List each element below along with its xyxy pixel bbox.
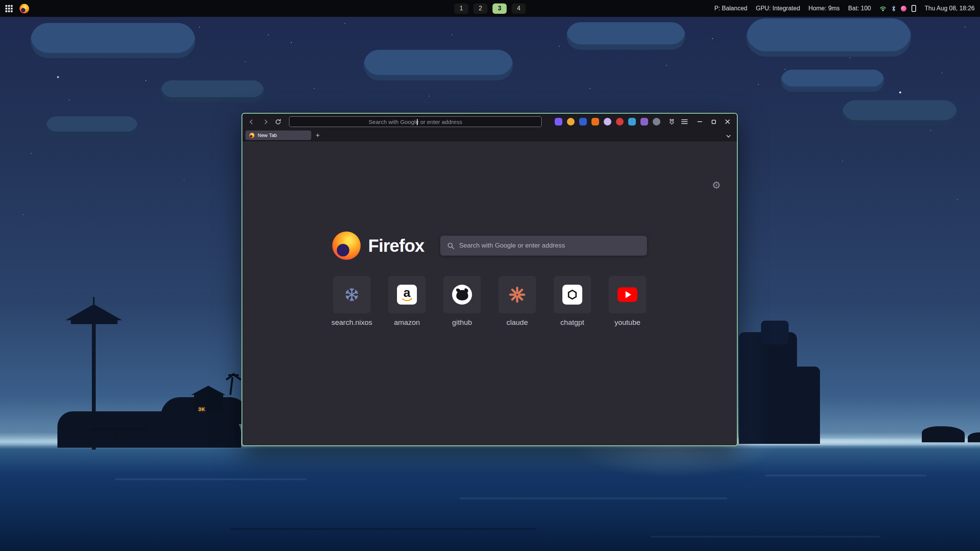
wave: [651, 536, 880, 538]
small-rocks: [968, 432, 980, 442]
workspace-1[interactable]: 1: [454, 3, 469, 14]
hut-sign: 3K: [198, 406, 206, 412]
workspace-3[interactable]: 3: [493, 3, 507, 14]
water-reflection: [536, 444, 812, 520]
gear-icon: ⚙: [712, 179, 721, 191]
palm-tree: [229, 377, 234, 395]
wave: [230, 528, 536, 530]
search-icon: [447, 242, 454, 249]
extension-icon-8[interactable]: [640, 118, 648, 126]
url-bar[interactable]: [289, 116, 542, 127]
newtab-search-input[interactable]: [459, 242, 640, 249]
cloud: [781, 70, 884, 92]
watchtower-tip: [93, 297, 95, 305]
reload-icon: [275, 119, 281, 125]
bluetooth-icon[interactable]: [892, 5, 896, 12]
shortcut-chatgpt[interactable]: chatgpt: [554, 276, 591, 327]
pier-post: [116, 430, 117, 436]
wave: [766, 474, 926, 476]
personalize-button[interactable]: ⚙: [712, 179, 721, 191]
back-button[interactable]: [246, 116, 258, 127]
pier-post: [94, 430, 96, 436]
app-launcher-icon[interactable]: [5, 5, 13, 12]
shortcut-label: github: [452, 318, 472, 327]
wave: [459, 497, 727, 499]
shortcut-github[interactable]: github: [443, 276, 481, 327]
cloud: [842, 100, 957, 126]
close-icon: [725, 119, 730, 124]
newtab-hero: Firefox: [242, 231, 737, 260]
extension-icon-4[interactable]: [591, 118, 599, 126]
newtab-search-bar[interactable]: [440, 236, 647, 256]
github-octocat-icon: [452, 285, 472, 305]
back-icon: [250, 119, 255, 124]
shortcut-label: youtube: [614, 318, 640, 327]
power-profile-status: P: Balanced: [714, 5, 747, 12]
cliff: [788, 367, 820, 444]
cloud: [31, 23, 195, 58]
close-button[interactable]: [722, 116, 733, 127]
youtube-play-icon: [617, 287, 637, 302]
shortcut-amazon[interactable]: a amazon: [388, 276, 426, 327]
workspace-switcher: 1 2 3 4: [454, 3, 526, 14]
extension-icon-2[interactable]: [567, 118, 575, 126]
tab-new-tab[interactable]: New Tab: [245, 130, 311, 140]
extension-icon-5[interactable]: [604, 118, 611, 126]
ping-status: Home: 9ms: [808, 5, 840, 12]
shortcut-tile: [554, 276, 591, 313]
firefox-taskbar-icon[interactable]: [20, 4, 29, 13]
firefox-window: New Tab + ⚙ Firefox: [242, 113, 738, 446]
pier-post: [138, 430, 139, 436]
cloud: [567, 22, 685, 50]
firefox-wordmark: Firefox: [368, 235, 424, 256]
firefox-logo: [332, 231, 361, 260]
small-rocks: [922, 426, 965, 442]
cloud: [161, 80, 264, 103]
text-caret: [417, 119, 418, 125]
shortcut-tile: [609, 276, 646, 313]
url-input[interactable]: [289, 119, 541, 125]
tab-bar: New Tab +: [242, 130, 737, 141]
shortcut-label: claude: [506, 318, 528, 327]
forward-icon: [263, 119, 268, 124]
taskbar: 1 2 3 4 P: Balanced GPU: Integrated Home…: [0, 0, 980, 17]
cliff-ledge: [761, 321, 789, 344]
clock[interactable]: Thu Aug 08, 18:26: [924, 5, 975, 12]
phone-icon[interactable]: [911, 5, 916, 12]
wifi-icon[interactable]: [879, 6, 887, 11]
shortcut-tile: a: [388, 276, 426, 313]
amazon-icon: a: [397, 285, 417, 305]
new-tab-button[interactable]: +: [313, 130, 323, 140]
list-all-tabs-button[interactable]: [727, 134, 730, 137]
shortcut-label: chatgpt: [560, 318, 584, 327]
shortcut-label: search.nixos: [332, 318, 372, 327]
shortcut-tile: [333, 276, 371, 313]
watchtower-roof: [65, 304, 122, 320]
shortcut-tile: [443, 276, 481, 313]
shortcut-search-nixos[interactable]: search.nixos: [333, 276, 371, 327]
nixos-snowflake-icon: [344, 287, 360, 303]
claude-starburst-icon: [508, 286, 526, 303]
menu-button[interactable]: [679, 116, 690, 127]
shortcut-label: amazon: [394, 318, 420, 327]
firefox-favicon: [249, 133, 255, 138]
forward-button[interactable]: [259, 116, 271, 127]
extension-icon-3[interactable]: [579, 118, 587, 126]
minimize-button[interactable]: [694, 116, 706, 127]
extension-icon-7[interactable]: [628, 118, 636, 126]
shortcut-grid: search.nixos a amazon: [333, 276, 646, 327]
reload-button[interactable]: [272, 116, 284, 127]
shortcut-claude[interactable]: claude: [498, 276, 536, 327]
extension-icon-1[interactable]: [555, 118, 562, 126]
indicator-icon[interactable]: [901, 6, 906, 11]
extension-icon-6[interactable]: [616, 118, 624, 126]
maximize-button[interactable]: [708, 116, 719, 127]
system-tray: [879, 5, 916, 12]
hamburger-icon: [681, 121, 688, 122]
shortcut-youtube[interactable]: youtube: [609, 276, 646, 327]
workspace-4[interactable]: 4: [512, 3, 526, 14]
extension-icon-9[interactable]: [653, 118, 660, 126]
workspace-2[interactable]: 2: [474, 3, 488, 14]
extensions-button[interactable]: [666, 116, 677, 127]
maximize-icon: [712, 120, 716, 124]
